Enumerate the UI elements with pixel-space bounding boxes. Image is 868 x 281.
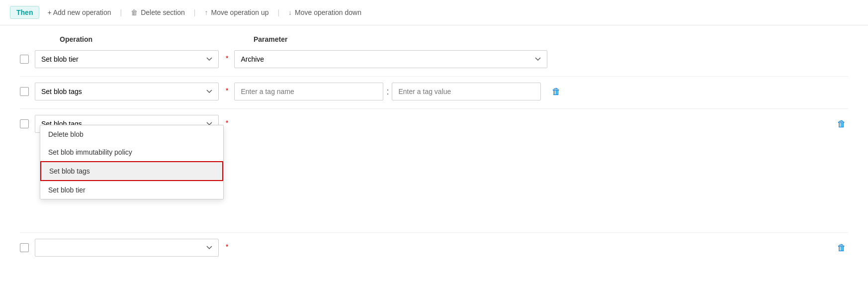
row4-operation-select[interactable]: Set blob tier Set blob tags Delete blob … (35, 239, 219, 257)
table-row: Set blob tier Set blob tags Delete blob … (20, 239, 848, 257)
row2-checkbox[interactable] (20, 87, 29, 96)
parameter-column-header: Parameter (254, 35, 572, 43)
delete-section-button[interactable]: 🗑 Delete section (127, 6, 189, 18)
dropdown-item-delete-blob[interactable]: Delete blob (40, 125, 223, 143)
toolbar: Then + Add new operation | 🗑 Delete sect… (0, 0, 868, 25)
divider3: | (277, 8, 279, 16)
row3-delete-button[interactable]: 🗑 (835, 117, 848, 131)
arrow-down-icon: ↓ (288, 8, 292, 16)
column-headers: Operation Parameter (60, 35, 848, 43)
required-star-3: * (226, 119, 228, 127)
row1-checkbox[interactable] (20, 55, 29, 64)
move-down-button[interactable]: ↓ Move operation down (284, 6, 365, 18)
then-badge: Then (10, 6, 39, 19)
table-row: Set blob tier Set blob tags Delete blob … (20, 50, 848, 68)
tag-separator: : (386, 87, 389, 97)
divider1: | (120, 8, 122, 16)
required-star-4: * (226, 243, 228, 251)
row4-delete-button[interactable]: 🗑 (835, 241, 848, 255)
operation-column-header: Operation (60, 35, 249, 43)
operation-dropdown: Delete blob Set blob immutability policy… (40, 125, 224, 199)
required-star-2: * (226, 87, 228, 94)
move-down-label: Move operation down (295, 8, 361, 16)
tag-name-input[interactable] (234, 83, 383, 100)
dropdown-item-immutability[interactable]: Set blob immutability policy (40, 143, 223, 161)
row4-checkbox[interactable] (20, 243, 29, 252)
divider2: | (194, 8, 196, 16)
add-operation-label: + Add new operation (47, 8, 111, 16)
row2-operation-select[interactable]: Set blob tags Set blob tier Delete blob … (35, 83, 219, 100)
move-up-button[interactable]: ↑ Move operation up (201, 6, 273, 18)
tag-inputs-row2: : (234, 83, 541, 100)
tag-value-input[interactable] (392, 83, 541, 100)
table-row: Set blob tags Set blob tier Delete blob … (20, 83, 848, 100)
trash-icon: 🗑 (837, 119, 846, 129)
row1-parameter-select[interactable]: Archive Hot Cool (234, 50, 547, 68)
trash-icon: 🗑 (552, 87, 561, 96)
row-separator-2 (20, 108, 848, 109)
row2-delete-button[interactable]: 🗑 (550, 85, 563, 99)
required-star-1: * (226, 54, 228, 62)
dropdown-item-set-blob-tier[interactable]: Set blob tier (40, 181, 223, 199)
trash-icon: 🗑 (131, 8, 138, 16)
delete-section-label: Delete section (141, 8, 185, 16)
trash-icon: 🗑 (837, 243, 846, 253)
arrow-up-icon: ↑ (205, 8, 208, 16)
row1-operation-select[interactable]: Set blob tier Set blob tags Delete blob … (35, 50, 219, 68)
row3-checkbox[interactable] (20, 119, 29, 128)
row-separator-3 (20, 232, 848, 233)
dropdown-item-set-blob-tags[interactable]: Set blob tags (40, 161, 223, 181)
move-up-label: Move operation up (211, 8, 269, 16)
content-area: Operation Parameter Set blob tier Set bl… (0, 25, 868, 275)
add-operation-button[interactable]: + Add new operation (43, 6, 115, 18)
row-separator-1 (20, 76, 848, 77)
